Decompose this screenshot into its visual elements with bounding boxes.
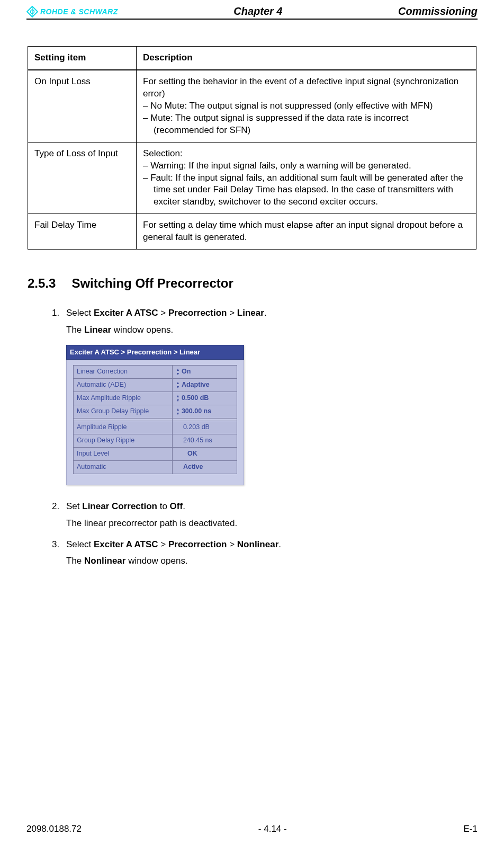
table-row: On Input Loss For setting the behavior i…	[28, 70, 476, 142]
table-header-item: Setting item	[28, 47, 137, 70]
spinner-icon	[176, 394, 180, 403]
table-row: Type of Loss of Input Selection: Warning…	[28, 142, 476, 214]
footer-page-number: - 4.14 -	[258, 824, 287, 834]
step: Select Exciter A ATSC > Precorrection > …	[62, 307, 476, 485]
ui-row: Automatic Active	[74, 460, 237, 474]
brand-logo: ROHDE & SCHWARZ	[26, 6, 118, 17]
step: Set Linear Correction to Off. The linear…	[62, 500, 476, 530]
ui-row: Group Delay Ripple 240.45 ns	[74, 434, 237, 447]
setting-name: Fail Delay Time	[28, 214, 137, 250]
section-heading: 2.5.3 Switching Off Precorrector	[28, 276, 476, 291]
setting-description: Selection: Warning: If the input signal …	[137, 142, 476, 214]
spinner-icon	[176, 407, 180, 416]
ui-row: Max Amplitude Ripple 0.500 dB	[74, 392, 237, 405]
setting-description: For setting a delay time which must elap…	[137, 214, 476, 250]
step: Select Exciter A ATSC > Precorrection > …	[62, 538, 476, 568]
page-header: ROHDE & SCHWARZ Chapter 4 Commissioning	[26, 5, 478, 20]
section-title-text: Switching Off Precorrector	[71, 276, 233, 291]
linear-window-screenshot: Exciter A ATSC > Precorrection > Linear …	[66, 345, 244, 485]
brand-logo-icon	[26, 6, 38, 17]
ui-row: Max Group Delay Ripple 300.00 ns	[74, 405, 237, 418]
ui-row: Linear Correction On	[74, 365, 237, 378]
table-header-description: Description	[137, 47, 476, 70]
setting-description: For setting the behavior in the event of…	[137, 70, 476, 142]
ui-row: Input Level OK	[74, 447, 237, 460]
footer-revision: E-1	[464, 824, 478, 834]
window-titlebar: Exciter A ATSC > Precorrection > Linear	[66, 345, 244, 360]
footer-doc-number: 2098.0188.72	[26, 824, 82, 834]
settings-table: Setting item Description On Input Loss F…	[28, 46, 476, 250]
table-row: Fail Delay Time For setting a delay time…	[28, 214, 476, 250]
ui-row: Automatic (ADE) Adaptive	[74, 378, 237, 392]
spinner-icon	[176, 368, 180, 376]
setting-name: On Input Loss	[28, 70, 137, 142]
chapter-label: Chapter 4	[118, 5, 398, 17]
section-number: 2.5.3	[28, 276, 56, 291]
page-footer: 2098.0188.72 - 4.14 - E-1	[26, 824, 478, 834]
chapter-title: Commissioning	[398, 5, 478, 17]
brand-logo-text: ROHDE & SCHWARZ	[40, 7, 118, 16]
ui-row: Amplitude Ripple 0.203 dB	[74, 421, 237, 434]
setting-name: Type of Loss of Input	[28, 142, 137, 214]
spinner-icon	[176, 381, 180, 389]
